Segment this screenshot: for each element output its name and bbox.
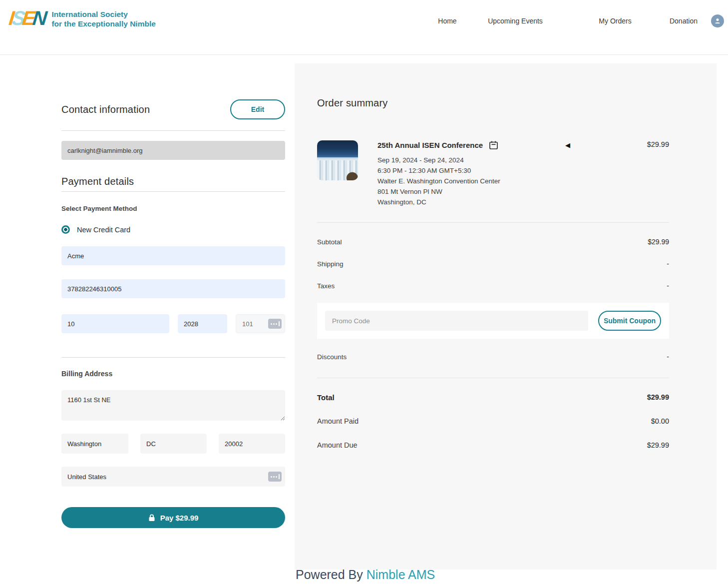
taxes-value: -	[667, 282, 669, 290]
user-avatar-button[interactable]	[711, 14, 724, 27]
total-label: Total	[317, 393, 335, 402]
event-time: 6:30 PM - 12:30 AM GMT+5:30	[377, 165, 669, 176]
event-address: 801 Mt Vernon Pl NW	[377, 186, 669, 197]
subtotal-label: Subtotal	[317, 238, 342, 246]
user-icon	[714, 17, 722, 25]
lock-icon	[148, 514, 155, 522]
divider	[317, 378, 669, 378]
amount-paid-label: Amount Paid	[317, 417, 359, 425]
order-summary-panel: Order summary 25th Annual ISEN Conferenc…	[295, 63, 717, 570]
subtotal-row: Subtotal $29.99	[317, 231, 669, 253]
divider	[317, 222, 669, 223]
contact-information-heading: Contact information	[61, 104, 150, 115]
event-city: Washington, DC	[377, 197, 669, 207]
expiry-year-field[interactable]	[178, 314, 227, 333]
shipping-row: Shipping -	[317, 253, 669, 275]
amount-due-row: Amount Due $29.99	[317, 433, 669, 457]
divider	[61, 191, 285, 192]
edit-contact-button[interactable]: Edit	[230, 99, 285, 119]
site-header: ISEN International Society for the Excep…	[0, 0, 728, 55]
taxes-label: Taxes	[317, 282, 335, 290]
select-payment-method-label: Select Payment Method	[61, 205, 285, 212]
order-summary-heading: Order summary	[317, 97, 669, 109]
event-thumbnail-image	[317, 140, 358, 180]
discounts-value: -	[667, 353, 669, 361]
expiry-month-field[interactable]	[61, 314, 169, 333]
promo-code-input[interactable]	[325, 311, 588, 331]
country-field[interactable]	[61, 467, 285, 487]
order-item-row: 25th Annual ISEN Conference Sep 19, 2024…	[317, 140, 669, 207]
total-row: Total $29.99	[317, 385, 669, 409]
amount-paid-row: Amount Paid $0.00	[317, 409, 669, 433]
radio-selected-icon[interactable]	[61, 225, 70, 234]
isen-logo-mark: ISEN	[7, 6, 46, 30]
amount-paid-value: $0.00	[651, 417, 669, 425]
card-number-field[interactable]	[61, 279, 285, 298]
powered-by-text: Powered By	[296, 568, 366, 582]
payment-details-heading: Payment details	[61, 176, 285, 187]
nav-my-orders[interactable]: My Orders	[590, 17, 640, 25]
billing-address-label: Billing Address	[61, 370, 285, 378]
logo-tagline: International Society for the Exceptiona…	[51, 6, 155, 28]
cardholder-name-field[interactable]	[61, 246, 285, 265]
subtotal-value: $29.99	[648, 238, 669, 246]
nav-home[interactable]: Home	[429, 17, 465, 25]
event-price: $29.99	[647, 140, 669, 148]
discounts-label: Discounts	[317, 353, 347, 361]
totals-section: Total $29.99 Amount Paid $0.00 Amount Du…	[317, 385, 669, 457]
discounts-row: Discounts -	[317, 346, 669, 368]
divider	[61, 357, 285, 358]
street-address-field[interactable]: 1160 1st St NE	[61, 390, 285, 421]
total-value: $29.99	[647, 393, 669, 401]
logo-tagline-line2: for the Exceptionally Nimble	[51, 19, 155, 28]
amount-due-value: $29.99	[647, 441, 669, 449]
calendar-icon	[489, 140, 498, 150]
state-field[interactable]	[140, 434, 207, 454]
pay-button[interactable]: Pay $29.99	[61, 507, 285, 528]
site-footer: Powered By Nimble AMS	[0, 570, 728, 584]
checkout-form: Contact information Edit Payment details…	[61, 99, 285, 528]
event-info: 25th Annual ISEN Conference Sep 19, 2024…	[377, 140, 669, 207]
isen-logo[interactable]: ISEN International Society for the Excep…	[9, 6, 156, 30]
collapse-arrow-icon[interactable]: ◀	[565, 141, 570, 149]
submit-coupon-button[interactable]: Submit Coupon	[598, 311, 661, 331]
nav-donation[interactable]: Donation	[664, 17, 704, 25]
shipping-label: Shipping	[317, 260, 344, 268]
logo-letter: N	[31, 6, 47, 30]
event-dates: Sep 19, 2024 - Sep 24, 2024	[377, 155, 669, 165]
city-field[interactable]	[61, 434, 128, 454]
promo-code-card: Submit Coupon	[317, 303, 669, 339]
nav-upcoming-events[interactable]: Upcoming Events	[465, 17, 565, 25]
shipping-value: -	[667, 260, 669, 268]
event-venue: Walter E. Washington Convention Center	[377, 176, 669, 186]
logo-tagline-line1: International Society	[51, 9, 155, 19]
event-title: 25th Annual ISEN Conference	[377, 141, 483, 149]
cvv-card-icon	[268, 319, 282, 329]
nimble-ams-link[interactable]: Nimble AMS	[366, 568, 435, 582]
pay-button-label: Pay $29.99	[160, 514, 199, 522]
email-field[interactable]	[61, 141, 285, 160]
payment-method-label: New Credit Card	[77, 226, 130, 234]
amount-due-label: Amount Due	[317, 441, 358, 449]
taxes-row: Taxes -	[317, 275, 669, 297]
autofill-icon	[268, 472, 282, 482]
zip-field[interactable]	[219, 434, 285, 454]
summary-rows: Subtotal $29.99 Shipping - Taxes -	[317, 231, 669, 297]
main-nav: Home Upcoming Events My Orders Donation	[429, 17, 704, 25]
payment-method-new-credit-card[interactable]: New Credit Card	[61, 225, 285, 234]
divider	[61, 130, 285, 131]
